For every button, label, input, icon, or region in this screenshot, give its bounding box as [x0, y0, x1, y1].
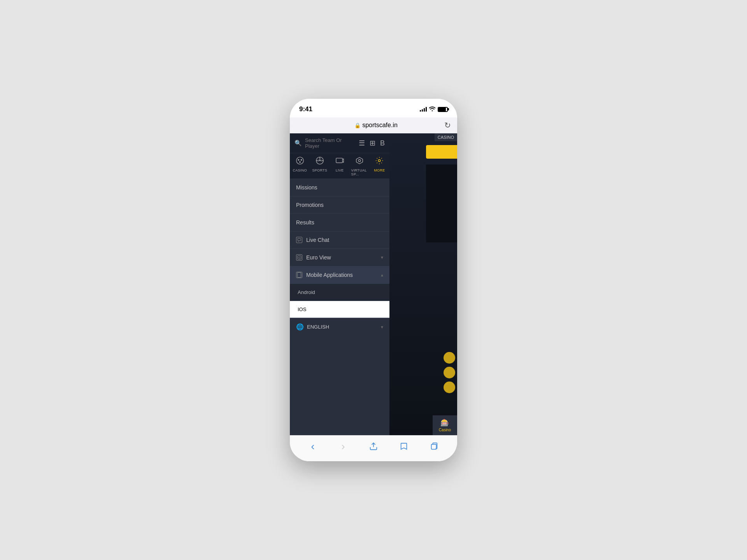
right-panel: CASINO 🎰 Casino: [389, 133, 457, 435]
casino-promo-bar: [426, 145, 457, 159]
promotions-label: Promotions: [296, 202, 324, 208]
live-tab-icon: [335, 156, 344, 167]
menu-item-mobile-apps[interactable]: Mobile Applications ▴: [290, 266, 389, 284]
bookmark-button[interactable]: [396, 439, 412, 454]
sports-tab-icon: [316, 156, 324, 167]
menu-item-promotions[interactable]: Promotions: [290, 196, 389, 214]
virtual-tab-label: VIRTUAL SP...: [351, 168, 368, 176]
refresh-icon[interactable]: ↻: [444, 121, 451, 130]
euro-view-icon: €: [296, 254, 302, 261]
live-tab-label: LIVE: [336, 168, 344, 172]
virtual-tab-icon: [355, 156, 364, 167]
menu-item-missions[interactable]: Missions: [290, 179, 389, 196]
live-chat-icon: [296, 237, 302, 243]
status-bar: 9:41: [290, 99, 457, 117]
casino-tab-icon: [296, 156, 304, 167]
search-bar: 🔍 Search Team Or Player ☰ ⊞ B: [290, 133, 389, 153]
status-icons: [420, 107, 448, 112]
mobile-apps-chevron: ▴: [381, 272, 383, 278]
nav-tabs: CASINO SPORTS: [290, 153, 389, 179]
tab-more[interactable]: MORE: [370, 153, 389, 178]
svg-point-6: [358, 159, 361, 162]
tab-casino[interactable]: CASINO: [290, 153, 310, 178]
ios-bottom-bar: ‹ ›: [290, 435, 457, 457]
missions-label: Missions: [296, 184, 317, 191]
euro-view-chevron: ▾: [381, 255, 383, 260]
tab-sports[interactable]: SPORTS: [310, 153, 330, 178]
svg-text:€: €: [298, 256, 300, 259]
svg-point-7: [379, 159, 381, 162]
language-chevron: ▾: [381, 324, 383, 330]
back-button[interactable]: ‹: [305, 439, 321, 454]
content-area: 🔍 Search Team Or Player ☰ ⊞ B: [290, 133, 457, 435]
browser-url: 🔒 sportscafe.in: [308, 122, 444, 129]
casino-tab-label: CASINO: [293, 168, 307, 172]
ios-label: IOS: [298, 306, 306, 312]
svg-rect-8: [298, 238, 301, 241]
live-chat-label: Live Chat: [306, 237, 329, 243]
wifi-icon: [429, 107, 435, 112]
browser-bar: 🔒 sportscafe.in ↻: [290, 117, 457, 133]
gold-circles: [444, 349, 455, 396]
android-label: Android: [298, 289, 315, 295]
casino-panel-label: CASINO: [435, 133, 457, 141]
status-time: 9:41: [299, 105, 312, 113]
user-icon[interactable]: B: [380, 139, 385, 147]
sports-tab-label: SPORTS: [312, 168, 327, 172]
lock-icon: 🔒: [354, 122, 361, 128]
menu-item-euro-view[interactable]: € Euro View ▾: [290, 249, 389, 266]
menu-item-live-chat[interactable]: Live Chat: [290, 231, 389, 249]
bottom-tab-casino-label: Casino: [439, 428, 451, 432]
svg-point-1: [298, 159, 299, 161]
phone-frame: 9:41 🔒 sportscafe.in ↻: [290, 99, 457, 461]
svg-rect-5: [336, 158, 343, 163]
language-bar[interactable]: 🌐 ENGLISH ▾: [290, 318, 389, 335]
results-label: Results: [296, 219, 314, 226]
hamburger-icon[interactable]: ☰: [359, 139, 365, 147]
menu-item-results[interactable]: Results: [290, 214, 389, 231]
language-label: ENGLISH: [307, 324, 329, 330]
svg-point-2: [300, 159, 302, 161]
menu-panel: 🔍 Search Team Or Player ☰ ⊞ B: [290, 133, 389, 435]
svg-rect-11: [431, 444, 437, 449]
svg-point-0: [296, 157, 303, 164]
tab-virtual[interactable]: VIRTUAL SP...: [350, 153, 370, 178]
svg-point-3: [299, 161, 301, 163]
search-placeholder[interactable]: Search Team Or Player: [305, 137, 356, 149]
more-tab-icon: [375, 156, 384, 167]
search-icon: 🔍: [295, 140, 302, 147]
share-button[interactable]: [366, 439, 381, 454]
more-tab-label: MORE: [374, 168, 385, 172]
grid-icon[interactable]: ⊞: [370, 139, 375, 147]
casino-dark-image: [426, 164, 457, 242]
tab-live[interactable]: LIVE: [330, 153, 349, 178]
menu-item-android[interactable]: Android: [290, 284, 389, 301]
signal-bars-icon: [420, 107, 427, 112]
menu-item-ios[interactable]: IOS: [290, 301, 389, 318]
euro-view-label: Euro View: [306, 254, 331, 261]
tabs-button[interactable]: [426, 439, 442, 454]
home-indicator: [290, 457, 457, 461]
forward-button[interactable]: ›: [335, 439, 351, 454]
battery-icon: [438, 107, 448, 112]
bottom-tab-casino-icon: 🎰: [440, 418, 449, 427]
globe-icon: 🌐: [296, 323, 304, 331]
mobile-apps-label: Mobile Applications: [306, 272, 353, 278]
menu-items-list: Missions Promotions Results Live Ch: [290, 179, 389, 435]
bottom-tab-casino[interactable]: 🎰 Casino: [433, 415, 457, 435]
mobile-apps-icon: [296, 272, 302, 278]
url-text: sportscafe.in: [362, 122, 398, 129]
